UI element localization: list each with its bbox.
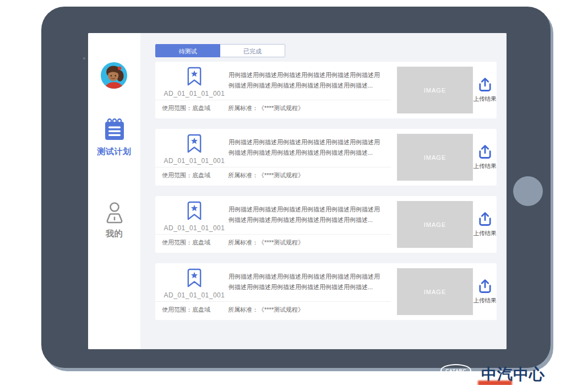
test-case-card: AD_01_01_01_001 用例描述用例描述用例描述用例描述用例描述用例描述… <box>155 129 497 186</box>
standard-text: 所属标准：《****测试规程》 <box>228 171 304 180</box>
test-case-description: 用例描述用例描述用例描述用例描述用例描述用例描述用例描述用例描述用例描述用例描述… <box>228 272 382 294</box>
main-content: 待测试 已完成 AD_01_01_01_001 用例描述用例描述用例描述用例描述… <box>140 33 507 349</box>
test-case-description: 用例描述用例描述用例描述用例描述用例描述用例描述用例描述用例描述用例描述用例描述… <box>228 70 382 92</box>
notebook-icon <box>102 117 127 142</box>
home-button <box>513 176 543 206</box>
bookmark-star-icon <box>187 268 202 288</box>
avatar[interactable] <box>101 62 127 89</box>
sidebar: 测试计划 我的 <box>88 33 140 349</box>
scope-text: 使用范围：底盘域 <box>162 238 210 247</box>
upload-result-button[interactable]: 上传结果 <box>473 62 497 118</box>
test-case-id: AD_01_01_01_001 <box>161 291 228 299</box>
card-id-block: AD_01_01_01_001 <box>161 134 228 165</box>
upload-result-button[interactable]: 上传结果 <box>473 196 497 253</box>
upload-icon <box>477 144 493 160</box>
bookmark-star-icon <box>187 67 202 86</box>
test-case-card: AD_01_01_01_001 用例描述用例描述用例描述用例描述用例描述用例描述… <box>155 263 497 320</box>
bookmark-star-icon <box>187 134 202 154</box>
card-divider <box>155 167 391 167</box>
scope-text: 使用范围：底盘域 <box>162 171 210 180</box>
tab-bar: 待测试 已完成 <box>155 44 285 57</box>
upload-result-button[interactable]: 上传结果 <box>473 263 497 320</box>
card-divider <box>155 301 391 302</box>
test-case-card: AD_01_01_01_001 用例描述用例描述用例描述用例描述用例描述用例描述… <box>155 196 497 253</box>
test-case-description: 用例描述用例描述用例描述用例描述用例描述用例描述用例描述用例描述用例描述用例描述… <box>228 204 382 226</box>
test-case-description: 用例描述用例描述用例描述用例描述用例描述用例描述用例描述用例描述用例描述用例描述… <box>228 137 382 159</box>
upload-result-button[interactable]: 上传结果 <box>473 129 497 186</box>
scope-text: 使用范围：底盘域 <box>162 306 210 314</box>
catarc-badge-text: CATARC <box>445 368 466 373</box>
upload-icon <box>477 212 493 227</box>
standard-text: 所属标准：《****测试规程》 <box>228 238 304 247</box>
standard-text: 所属标准：《****测试规程》 <box>228 306 304 314</box>
sidebar-item-test-plan[interactable]: 测试计划 <box>88 117 140 157</box>
test-case-id: AD_01_01_01_001 <box>161 157 228 165</box>
tablet-frame: 测试计划 我的 待测试 已完成 <box>41 7 551 368</box>
app-screen: 测试计划 我的 待测试 已完成 <box>88 33 507 349</box>
card-meta-row: 使用范围：底盘域 所属标准：《****测试规程》 <box>162 306 304 314</box>
card-meta-row: 使用范围：底盘域 所属标准：《****测试规程》 <box>162 104 304 112</box>
sidebar-item-label: 测试计划 <box>88 147 140 157</box>
sidebar-item-label: 我的 <box>88 229 140 239</box>
image-placeholder: IMAGE <box>397 201 473 248</box>
card-id-block: AD_01_01_01_001 <box>161 67 228 97</box>
upload-label: 上传结果 <box>473 95 497 103</box>
tab-pending[interactable]: 待测试 <box>155 44 220 57</box>
card-meta-row: 使用范围：底盘域 所属标准：《****测试规程》 <box>162 238 304 247</box>
catarc-badge-icon: CATARC <box>440 364 471 377</box>
page: 测试计划 我的 待测试 已完成 <box>0 0 588 385</box>
card-meta-row: 使用范围：底盘域 所属标准：《****测试规程》 <box>162 171 304 180</box>
camera-icon <box>83 57 85 59</box>
card-id-block: AD_01_01_01_001 <box>161 268 228 299</box>
image-placeholder: IMAGE <box>397 268 473 315</box>
person-icon <box>104 201 126 224</box>
sidebar-item-mine[interactable]: 我的 <box>88 201 140 239</box>
test-case-id: AD_01_01_01_001 <box>161 224 228 232</box>
upload-label: 上传结果 <box>473 230 497 237</box>
upload-label: 上传结果 <box>473 297 497 305</box>
upload-icon <box>477 279 493 294</box>
bookmark-star-icon <box>187 201 202 221</box>
image-placeholder: IMAGE <box>397 67 473 113</box>
image-placeholder: IMAGE <box>397 134 473 181</box>
upload-label: 上传结果 <box>473 162 497 170</box>
test-case-card: AD_01_01_01_001 用例描述用例描述用例描述用例描述用例描述用例描述… <box>155 62 497 118</box>
girl-avatar-icon <box>101 62 127 89</box>
card-divider <box>155 234 391 235</box>
card-divider <box>155 100 391 100</box>
test-case-id: AD_01_01_01_001 <box>161 90 228 97</box>
scope-text: 使用范围：底盘域 <box>162 104 210 112</box>
standard-text: 所属标准：《****测试规程》 <box>228 104 304 112</box>
tab-completed[interactable]: 已完成 <box>220 44 285 57</box>
brand-red-accent <box>478 381 512 385</box>
card-id-block: AD_01_01_01_001 <box>161 201 228 232</box>
upload-icon <box>477 77 493 93</box>
card-list: AD_01_01_01_001 用例描述用例描述用例描述用例描述用例描述用例描述… <box>155 62 497 330</box>
